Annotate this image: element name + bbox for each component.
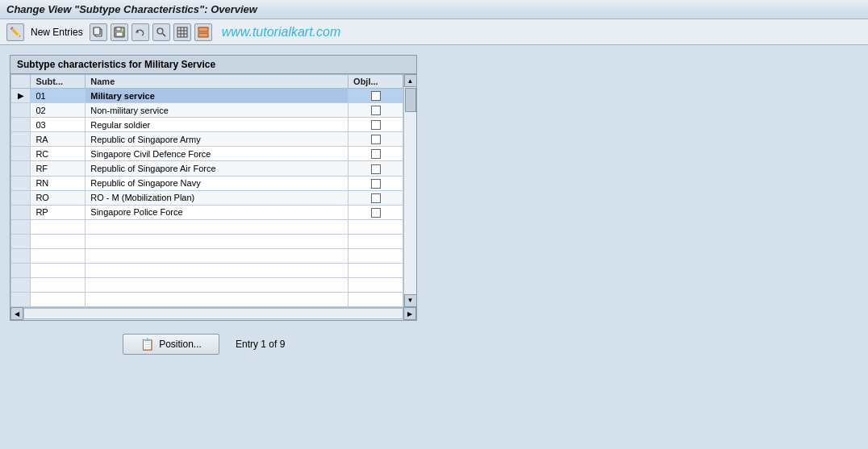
undo-button[interactable] <box>131 23 149 41</box>
obji-checkbox[interactable] <box>371 208 381 218</box>
entry-text: Entry 1 of 9 <box>236 339 285 350</box>
obji-cell[interactable] <box>348 161 403 176</box>
scroll-down-arrow[interactable]: ▼ <box>404 294 417 307</box>
title-text: Change View "Subtype Characteristics": O… <box>6 3 257 15</box>
obji-checkbox[interactable] <box>371 106 381 115</box>
row-selector[interactable] <box>11 176 31 190</box>
table-row[interactable]: RCSingapore Civil Defence Force <box>11 147 403 161</box>
name-cell <box>86 248 348 263</box>
table-row[interactable] <box>11 263 403 277</box>
subt-cell <box>31 277 86 292</box>
subt-cell <box>31 292 86 306</box>
row-selector[interactable] <box>11 205 31 219</box>
table-panel: Subtype characteristics for Military Ser… <box>10 55 417 321</box>
row-selector[interactable] <box>11 132 31 147</box>
row-selector[interactable] <box>11 292 31 306</box>
obji-cell[interactable] <box>348 103 403 118</box>
table-row[interactable] <box>11 234 403 248</box>
table-row[interactable]: RARepublic of Singapore Army <box>11 132 403 147</box>
table-row[interactable]: ▶01Military service <box>11 89 403 103</box>
position-icon: 📋 <box>140 338 154 351</box>
scroll-left-arrow[interactable]: ◀ <box>10 307 23 320</box>
table-row[interactable] <box>11 277 403 292</box>
toolbar: ✏️ New Entries <box>0 19 868 45</box>
obji-cell[interactable] <box>348 118 403 132</box>
table-row[interactable]: 02Non-military service <box>11 103 403 118</box>
scroll-thumb[interactable] <box>405 88 416 112</box>
obji-cell[interactable] <box>348 176 403 190</box>
subt-cell: RA <box>31 132 86 147</box>
new-entries-button[interactable]: New Entries <box>27 25 86 39</box>
row-selector[interactable] <box>11 248 31 263</box>
vertical-scrollbar[interactable]: ▲ ▼ <box>403 74 416 307</box>
obji-checkbox[interactable] <box>371 164 381 174</box>
obji-checkbox[interactable] <box>371 193 381 203</box>
row-selector[interactable] <box>11 263 31 277</box>
table-row[interactable]: RNRepublic of Singapore Navy <box>11 176 403 190</box>
obji-checkbox[interactable] <box>371 120 381 130</box>
table-row[interactable] <box>11 292 403 306</box>
row-selector[interactable] <box>11 118 31 132</box>
subt-cell: RP <box>31 205 86 219</box>
table-icon-button[interactable] <box>173 23 191 41</box>
svg-point-5 <box>157 28 163 34</box>
row-selector[interactable] <box>11 277 31 292</box>
scroll-right-arrow[interactable]: ▶ <box>403 307 416 320</box>
obji-cell[interactable] <box>348 248 403 263</box>
data-table: Subt... Name ObjI... ▶01Military service… <box>10 74 403 307</box>
table-header-row: Subt... Name ObjI... <box>11 75 403 89</box>
horizontal-scrollbar[interactable]: ◀ ▶ <box>10 307 416 320</box>
position-button[interactable]: 📋 Position... <box>123 334 219 355</box>
obji-cell[interactable] <box>348 190 403 205</box>
obji-cell[interactable] <box>348 292 403 306</box>
row-selector[interactable] <box>11 234 31 248</box>
obji-cell[interactable] <box>348 263 403 277</box>
watermark-text: www.tutorialkart.com <box>222 25 341 39</box>
find-button[interactable] <box>152 23 170 41</box>
subt-cell <box>31 263 86 277</box>
table-row[interactable]: RFRepublic of Singapore Air Force <box>11 161 403 176</box>
obji-cell[interactable] <box>348 219 403 234</box>
subt-cell <box>31 219 86 234</box>
obji-cell[interactable] <box>348 277 403 292</box>
save-button[interactable] <box>111 23 128 41</box>
obji-cell[interactable] <box>348 132 403 147</box>
table-row[interactable]: 03Regular soldier <box>11 118 403 132</box>
table-row[interactable] <box>11 219 403 234</box>
row-selector[interactable] <box>11 103 31 118</box>
scroll-track <box>404 87 417 294</box>
edit-icon[interactable]: ✏️ <box>6 23 24 41</box>
name-cell: Republic of Singapore Air Force <box>86 161 348 176</box>
copy-button[interactable] <box>90 23 107 41</box>
obji-checkbox[interactable] <box>371 91 381 101</box>
subt-cell: RO <box>31 190 86 205</box>
row-selector[interactable] <box>11 161 31 176</box>
table-row[interactable]: RORO - M (Mobilization Plan) <box>11 190 403 205</box>
layout-button[interactable] <box>194 23 212 41</box>
svg-rect-1 <box>94 27 100 35</box>
obji-cell[interactable] <box>348 205 403 219</box>
footer-area: 📋 Position... Entry 1 of 9 <box>10 334 858 355</box>
svg-rect-12 <box>198 27 208 31</box>
obji-cell[interactable] <box>348 147 403 161</box>
obji-checkbox[interactable] <box>371 135 381 144</box>
obji-cell[interactable] <box>348 234 403 248</box>
name-cell: Military service <box>86 89 348 103</box>
row-selector[interactable] <box>11 190 31 205</box>
row-selector[interactable] <box>11 219 31 234</box>
table-row[interactable] <box>11 248 403 263</box>
h-scroll-track <box>23 308 403 319</box>
title-bar: Change View "Subtype Characteristics": O… <box>0 0 868 19</box>
row-selector[interactable] <box>11 147 31 161</box>
scroll-up-arrow[interactable]: ▲ <box>404 74 417 87</box>
obji-checkbox[interactable] <box>371 149 381 159</box>
subt-cell: 03 <box>31 118 86 132</box>
name-cell: Singapore Police Force <box>86 205 348 219</box>
svg-rect-13 <box>198 33 208 37</box>
obji-checkbox[interactable] <box>371 179 381 189</box>
obji-cell[interactable] <box>348 89 403 103</box>
row-selector[interactable]: ▶ <box>11 89 31 103</box>
name-cell <box>86 277 348 292</box>
row-selector-header <box>11 75 31 89</box>
table-row[interactable]: RPSingapore Police Force <box>11 205 403 219</box>
